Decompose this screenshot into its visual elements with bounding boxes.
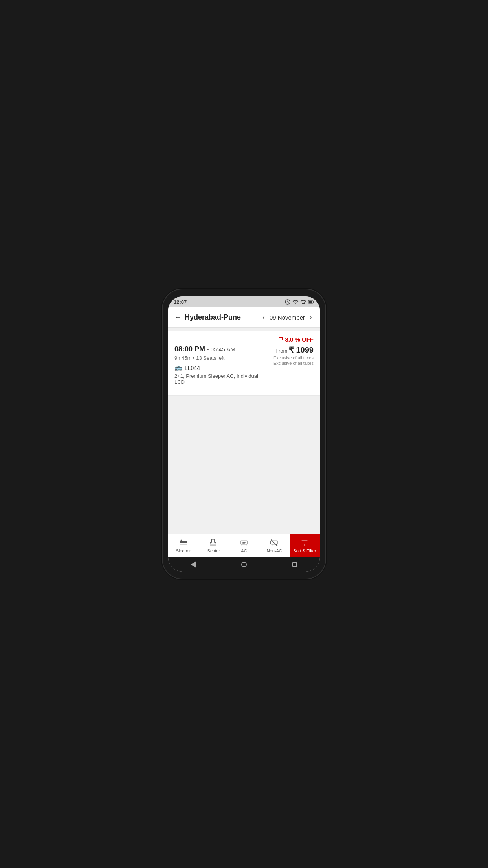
bullet: • [193,355,195,361]
bus-icon: 🚌 [174,364,182,371]
nav-home-button[interactable] [240,561,248,568]
android-nav-bar [168,557,320,572]
bottom-tabs: Sleeper Seater [168,534,320,557]
tab-sort-filter-label: Sort & Filter [293,548,316,553]
svg-rect-6 [180,542,187,542]
departure-time: 08:00 PM [174,345,205,353]
tab-seater-label: Seater [207,548,220,553]
tab-seater[interactable]: Seater [198,534,229,557]
tab-sleeper[interactable]: Sleeper [168,534,198,557]
svg-rect-1 [303,303,304,304]
filter-icon [300,539,309,547]
alarm-icon [284,299,291,305]
time-row: 08:00 PM - 05:45 AM [174,345,269,353]
card-body: 08:00 PM - 05:45 AM 9h 45m • 13 Seats le… [174,345,314,385]
bus-listings-area: 🏷 8.0 % OFF 08:00 PM - 05:45 AM [168,328,320,534]
tax-note: Exclusive of all taxes [273,361,314,366]
signal-icon [300,299,306,305]
bus-number: LL044 [185,365,200,371]
header: ← Hyderabad-Pune ‹ 09 November › [168,307,320,328]
app-content: ← Hyderabad-Pune ‹ 09 November › 🏷 8.0 [168,307,320,557]
price-amount: ₹ 1099 [289,346,314,354]
next-date-button[interactable]: › [308,312,314,323]
bus-features: 2+1, Premium Sleeper,AC, Individual LCD [174,373,269,385]
nonac-icon [270,539,279,547]
seater-icon [209,539,218,547]
discount-badge: 🏷 8.0 % OFF [277,336,314,343]
arrival-time-value: 05:45 AM [211,346,235,353]
header-left: ← Hyderabad-Pune [174,313,241,322]
status-bar: 12:07 [168,296,320,307]
status-time: 12:07 [174,299,187,305]
seats-left: 13 Seats left [196,355,224,361]
nav-recents-button[interactable] [291,561,299,568]
tab-ac[interactable]: AC [229,534,259,557]
duration: 9h 45m [174,355,191,361]
from-text: From [275,348,289,354]
back-button[interactable]: ← [174,313,182,322]
tab-nonac-label: Non-AC [267,548,282,553]
current-date: 09 November [270,314,305,321]
tab-sort-filter[interactable]: Sort & Filter [290,534,320,557]
card-right: From ₹ 1099Exclusive of all taxes Exclus… [269,345,314,366]
tax-note-inline: Exclusive of all taxes [273,355,314,360]
tab-sleeper-label: Sleeper [176,548,191,553]
card-top: 🏷 8.0 % OFF [174,336,314,343]
tab-nonac[interactable]: Non-AC [259,534,290,557]
discount-text: 8.0 % OFF [285,336,314,343]
card-divider [174,390,314,390]
battery-icon [308,299,314,305]
svg-rect-0 [304,302,305,304]
bus-card[interactable]: 🏷 8.0 % OFF 08:00 PM - 05:45 AM [168,331,320,396]
tag-icon: 🏷 [277,336,283,343]
svg-rect-11 [240,541,248,544]
price-from-label: From ₹ 1099Exclusive of all taxes [273,345,314,360]
arrival-time: - 05:45 AM [207,346,236,353]
sleeper-icon [179,539,188,547]
status-icons [284,299,314,305]
phone-frame: 12:07 ← Hyderabad-Pune ‹ 09 Novemb [163,289,325,579]
svg-rect-2 [302,303,303,304]
time-separator: - [207,346,211,353]
tab-ac-label: AC [241,548,247,553]
ac-icon [240,539,248,547]
svg-rect-7 [180,540,182,542]
nav-back-button[interactable] [189,561,197,568]
duration-seats: 9h 45m • 13 Seats left [174,355,269,361]
date-navigation: ‹ 09 November › [261,312,314,323]
phone-screen: 12:07 ← Hyderabad-Pune ‹ 09 Novemb [168,296,320,572]
route-title: Hyderabad-Pune [185,313,241,322]
prev-date-button[interactable]: ‹ [261,312,266,323]
bus-info-row: 🚌 LL044 [174,364,269,371]
wifi-icon [292,299,299,305]
card-left: 08:00 PM - 05:45 AM 9h 45m • 13 Seats le… [174,345,269,385]
svg-rect-4 [309,301,312,303]
